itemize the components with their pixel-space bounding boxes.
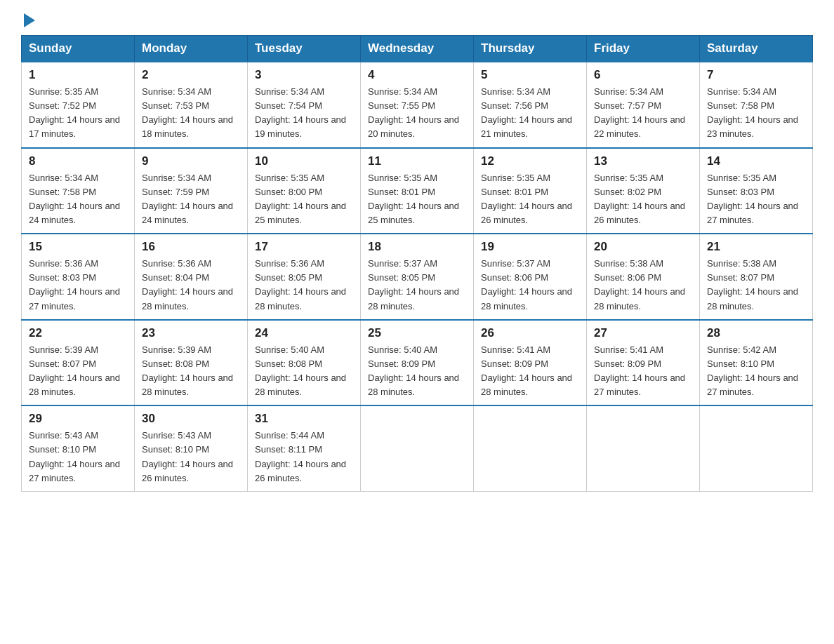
day-number: 8 [29,154,127,168]
day-number: 4 [368,68,466,82]
calendar-cell: 31 Sunrise: 5:44 AMSunset: 8:11 PMDaylig… [248,405,361,491]
calendar-cell: 10 Sunrise: 5:35 AMSunset: 8:00 PMDaylig… [248,148,361,234]
day-info: Sunrise: 5:43 AMSunset: 8:10 PMDaylight:… [29,429,127,485]
calendar-cell: 18 Sunrise: 5:37 AMSunset: 8:05 PMDaylig… [361,234,474,320]
day-info: Sunrise: 5:36 AMSunset: 8:03 PMDaylight:… [29,257,127,314]
calendar-cell: 24 Sunrise: 5:40 AMSunset: 8:08 PMDaylig… [248,320,361,406]
day-number: 5 [481,68,579,82]
day-info: Sunrise: 5:35 AMSunset: 8:03 PMDaylight:… [707,171,805,228]
day-number: 21 [707,240,805,254]
calendar-cell: 23 Sunrise: 5:39 AMSunset: 8:08 PMDaylig… [135,320,248,406]
day-info: Sunrise: 5:34 AMSunset: 7:58 PMDaylight:… [29,171,127,228]
calendar-header-row: SundayMondayTuesdayWednesdayThursdayFrid… [22,36,813,62]
calendar-week-3: 15 Sunrise: 5:36 AMSunset: 8:03 PMDaylig… [22,234,813,320]
calendar-cell: 13 Sunrise: 5:35 AMSunset: 8:02 PMDaylig… [587,148,700,234]
day-info: Sunrise: 5:40 AMSunset: 8:09 PMDaylight:… [368,343,466,400]
day-info: Sunrise: 5:34 AMSunset: 7:53 PMDaylight:… [142,85,240,142]
calendar-cell [700,405,813,491]
day-number: 27 [594,326,692,340]
day-number: 10 [255,154,353,168]
calendar-cell: 28 Sunrise: 5:42 AMSunset: 8:10 PMDaylig… [700,320,813,406]
calendar-cell: 21 Sunrise: 5:38 AMSunset: 8:07 PMDaylig… [700,234,813,320]
day-number: 31 [255,412,353,426]
calendar-cell: 7 Sunrise: 5:34 AMSunset: 7:58 PMDayligh… [700,62,813,148]
day-number: 12 [481,154,579,168]
page-header [21,14,813,28]
calendar-cell: 6 Sunrise: 5:34 AMSunset: 7:57 PMDayligh… [587,62,700,148]
calendar-cell: 15 Sunrise: 5:36 AMSunset: 8:03 PMDaylig… [22,234,135,320]
day-info: Sunrise: 5:38 AMSunset: 8:07 PMDaylight:… [707,257,805,314]
calendar-week-4: 22 Sunrise: 5:39 AMSunset: 8:07 PMDaylig… [22,320,813,406]
calendar-cell: 9 Sunrise: 5:34 AMSunset: 7:59 PMDayligh… [135,148,248,234]
day-info: Sunrise: 5:36 AMSunset: 8:05 PMDaylight:… [255,257,353,314]
day-number: 15 [29,240,127,254]
day-info: Sunrise: 5:34 AMSunset: 7:55 PMDaylight:… [368,85,466,142]
calendar-cell: 8 Sunrise: 5:34 AMSunset: 7:58 PMDayligh… [22,148,135,234]
calendar-cell: 26 Sunrise: 5:41 AMSunset: 8:09 PMDaylig… [474,320,587,406]
day-number: 11 [368,154,466,168]
day-info: Sunrise: 5:37 AMSunset: 8:06 PMDaylight:… [481,257,579,314]
day-info: Sunrise: 5:35 AMSunset: 8:02 PMDaylight:… [594,171,692,228]
calendar-cell: 5 Sunrise: 5:34 AMSunset: 7:56 PMDayligh… [474,62,587,148]
day-number: 9 [142,154,240,168]
day-info: Sunrise: 5:34 AMSunset: 7:54 PMDaylight:… [255,85,353,142]
calendar-cell [587,405,700,491]
logo-triangle-icon [24,13,35,27]
calendar-cell: 29 Sunrise: 5:43 AMSunset: 8:10 PMDaylig… [22,405,135,491]
calendar-cell: 3 Sunrise: 5:34 AMSunset: 7:54 PMDayligh… [248,62,361,148]
day-number: 20 [594,240,692,254]
calendar-cell: 1 Sunrise: 5:35 AMSunset: 7:52 PMDayligh… [22,62,135,148]
day-number: 2 [142,68,240,82]
day-info: Sunrise: 5:43 AMSunset: 8:10 PMDaylight:… [142,429,240,485]
calendar-header-friday: Friday [587,36,700,62]
calendar-cell: 14 Sunrise: 5:35 AMSunset: 8:03 PMDaylig… [700,148,813,234]
day-number: 30 [142,412,240,426]
day-info: Sunrise: 5:35 AMSunset: 8:01 PMDaylight:… [368,171,466,228]
day-info: Sunrise: 5:34 AMSunset: 7:59 PMDaylight:… [142,171,240,228]
day-number: 17 [255,240,353,254]
day-number: 23 [142,326,240,340]
calendar-header-tuesday: Tuesday [248,36,361,62]
day-info: Sunrise: 5:39 AMSunset: 8:08 PMDaylight:… [142,343,240,400]
day-number: 26 [481,326,579,340]
calendar-cell: 25 Sunrise: 5:40 AMSunset: 8:09 PMDaylig… [361,320,474,406]
day-number: 18 [368,240,466,254]
calendar-cell: 20 Sunrise: 5:38 AMSunset: 8:06 PMDaylig… [587,234,700,320]
calendar-header-saturday: Saturday [700,36,813,62]
calendar-header-thursday: Thursday [474,36,587,62]
calendar-cell: 11 Sunrise: 5:35 AMSunset: 8:01 PMDaylig… [361,148,474,234]
calendar-header-monday: Monday [135,36,248,62]
day-info: Sunrise: 5:35 AMSunset: 8:01 PMDaylight:… [481,171,579,228]
day-info: Sunrise: 5:44 AMSunset: 8:11 PMDaylight:… [255,429,353,485]
day-number: 22 [29,326,127,340]
calendar-week-2: 8 Sunrise: 5:34 AMSunset: 7:58 PMDayligh… [22,148,813,234]
calendar-cell: 30 Sunrise: 5:43 AMSunset: 8:10 PMDaylig… [135,405,248,491]
day-number: 16 [142,240,240,254]
calendar-header-sunday: Sunday [22,36,135,62]
calendar-cell: 4 Sunrise: 5:34 AMSunset: 7:55 PMDayligh… [361,62,474,148]
day-number: 13 [594,154,692,168]
day-number: 29 [29,412,127,426]
calendar-cell: 12 Sunrise: 5:35 AMSunset: 8:01 PMDaylig… [474,148,587,234]
day-info: Sunrise: 5:35 AMSunset: 8:00 PMDaylight:… [255,171,353,228]
calendar-table: SundayMondayTuesdayWednesdayThursdayFrid… [21,35,813,492]
day-info: Sunrise: 5:34 AMSunset: 7:56 PMDaylight:… [481,85,579,142]
day-info: Sunrise: 5:41 AMSunset: 8:09 PMDaylight:… [481,343,579,400]
calendar-cell: 19 Sunrise: 5:37 AMSunset: 8:06 PMDaylig… [474,234,587,320]
day-info: Sunrise: 5:35 AMSunset: 7:52 PMDaylight:… [29,85,127,142]
day-info: Sunrise: 5:37 AMSunset: 8:05 PMDaylight:… [368,257,466,314]
calendar-cell: 17 Sunrise: 5:36 AMSunset: 8:05 PMDaylig… [248,234,361,320]
calendar-cell: 22 Sunrise: 5:39 AMSunset: 8:07 PMDaylig… [22,320,135,406]
calendar-week-1: 1 Sunrise: 5:35 AMSunset: 7:52 PMDayligh… [22,62,813,148]
day-number: 14 [707,154,805,168]
day-number: 7 [707,68,805,82]
day-number: 25 [368,326,466,340]
day-info: Sunrise: 5:38 AMSunset: 8:06 PMDaylight:… [594,257,692,314]
day-info: Sunrise: 5:39 AMSunset: 8:07 PMDaylight:… [29,343,127,400]
day-info: Sunrise: 5:40 AMSunset: 8:08 PMDaylight:… [255,343,353,400]
calendar-cell [361,405,474,491]
day-info: Sunrise: 5:41 AMSunset: 8:09 PMDaylight:… [594,343,692,400]
day-number: 3 [255,68,353,82]
day-number: 6 [594,68,692,82]
calendar-header-wednesday: Wednesday [361,36,474,62]
